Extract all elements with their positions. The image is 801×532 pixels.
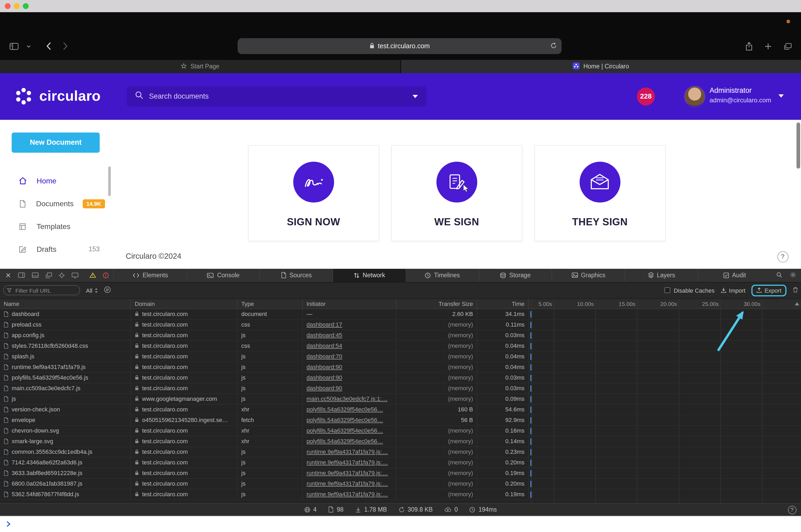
element-picker-icon[interactable] — [59, 272, 65, 278]
sidebar-toggle-icon[interactable] — [10, 43, 19, 50]
dock-bottom-icon[interactable] — [32, 272, 39, 278]
sidebar-chevron-icon[interactable] — [26, 45, 31, 48]
inspector-settings-gear-icon[interactable] — [790, 272, 796, 279]
filter-input[interactable] — [3, 285, 80, 295]
initiator-link[interactable]: polyfills.54a6329f54ec0e56… — [306, 427, 383, 434]
inspector-tab-elements[interactable]: Elements — [113, 268, 186, 282]
inspector-tab-network[interactable]: Network — [333, 268, 405, 282]
user-menu-caret-icon[interactable] — [779, 94, 784, 97]
inspector-tab-layers[interactable]: Layers — [625, 268, 697, 282]
sidebar-item-home[interactable]: Home — [0, 169, 112, 192]
errors-icon[interactable] — [103, 272, 109, 278]
disable-caches-checkbox[interactable] — [665, 287, 671, 293]
network-row[interactable]: 7142.4346a8e62f2a63d6.jstest.circularo.c… — [0, 457, 801, 468]
circularo-logo[interactable]: circularo — [14, 73, 101, 119]
notification-badge[interactable]: 228 — [637, 87, 655, 105]
network-row[interactable]: runtime.9ef9a4317af1fa79.jstest.circular… — [0, 362, 801, 373]
address-bar[interactable]: test.circularo.com — [238, 38, 562, 54]
network-row[interactable]: common.35563cc9dc1edb4a.jstest.circularo… — [0, 446, 801, 457]
column-name[interactable]: Name — [0, 299, 131, 308]
initiator-link[interactable]: main.cc509ac3e0edcfc7.js:1:… — [306, 396, 388, 402]
device-display-icon[interactable] — [72, 272, 78, 278]
tab-overview-icon[interactable] — [783, 43, 791, 50]
inspector-tab-graphics[interactable]: Graphics — [552, 268, 625, 282]
group-media-requests-icon[interactable] — [104, 286, 111, 294]
network-row[interactable]: dashboardtest.circularo.comdocument—2.60… — [0, 309, 801, 319]
network-row[interactable]: chevron-down.svgtest.circularo.comxhrpol… — [0, 425, 801, 436]
initiator-link[interactable]: runtime.9ef9a4317af1fa79.js:… — [306, 491, 388, 497]
network-row[interactable]: envelopeo4505159621345280.ingest.se…fetc… — [0, 415, 801, 425]
inspector-help-button[interactable]: ? — [788, 506, 796, 514]
initiator-link[interactable]: runtime.9ef9a4317af1fa79.js:… — [306, 480, 388, 487]
network-row[interactable]: main.cc509ac3e0edcfc7.jstest.circularo.c… — [0, 383, 801, 394]
back-button[interactable] — [46, 42, 51, 50]
network-row[interactable]: jswww.googletagmanager.comjsmain.cc509ac… — [0, 394, 801, 404]
network-row[interactable]: polyfills.54a6329f54ec0e56.jstest.circul… — [0, 373, 801, 383]
column-domain[interactable]: Domain — [131, 299, 238, 308]
document-search-bar[interactable] — [127, 86, 426, 106]
network-row[interactable]: styles.726118cfb5260d48.csstest.circular… — [0, 341, 801, 351]
clear-network-trash-icon[interactable] — [793, 287, 798, 294]
network-row[interactable]: preload.csstest.circularo.comcssdashboar… — [0, 319, 801, 330]
user-menu[interactable]: Administrator admin@circularo.com — [709, 86, 771, 103]
disable-caches-toggle[interactable]: Disable Caches — [665, 287, 714, 293]
new-tab-icon[interactable] — [764, 43, 771, 50]
zoom-window-button[interactable] — [23, 3, 29, 9]
column-type[interactable]: Type — [238, 299, 303, 308]
quick-console[interactable] — [0, 516, 801, 532]
search-options-caret-icon[interactable] — [413, 95, 418, 98]
network-row[interactable]: 5362.54fd678677f4f8dd.jstest.circularo.c… — [0, 489, 801, 500]
help-button[interactable]: ? — [777, 251, 788, 262]
warnings-icon[interactable] — [90, 272, 96, 278]
card-sign-now[interactable]: SIGN NOW — [248, 145, 379, 241]
initiator-link[interactable]: polyfills.54a6329f54ec0e56… — [306, 417, 383, 423]
initiator-link[interactable]: dashboard:45 — [306, 332, 342, 338]
sidebar-item-documents[interactable]: Documents14.9K — [0, 192, 112, 215]
inspector-tab-timelines[interactable]: Timelines — [406, 268, 479, 282]
card-they-sign[interactable]: THEY SIGN — [535, 145, 666, 241]
column-time[interactable]: Time — [477, 299, 529, 308]
initiator-link[interactable]: dashboard:90 — [306, 364, 342, 370]
new-document-button[interactable]: New Document — [12, 132, 100, 152]
forward-button[interactable] — [63, 42, 68, 50]
card-we-sign[interactable]: WE SIGN — [391, 145, 522, 241]
sidebar-item-templates[interactable]: Templates — [0, 215, 112, 238]
network-row[interactable]: 3633.3abf8ed65912228e.jstest.circularo.c… — [0, 468, 801, 478]
initiator-link[interactable]: dashboard:90 — [306, 374, 342, 381]
scrollbar-up-arrow[interactable] — [795, 302, 799, 305]
initiator-link[interactable]: runtime.9ef9a4317af1fa79.js:… — [306, 459, 388, 466]
sidebar-item-drafts[interactable]: Drafts153 — [0, 238, 112, 261]
page-scrollbar[interactable] — [796, 122, 800, 169]
initiator-link[interactable]: dashboard:17 — [306, 321, 342, 328]
resource-type-selector[interactable]: All — [86, 287, 98, 293]
network-row[interactable]: version-check.jsontest.circularo.comxhrp… — [0, 404, 801, 415]
sidebar-scrollbar[interactable] — [108, 166, 111, 196]
user-avatar[interactable] — [684, 86, 705, 107]
reload-icon[interactable] — [551, 42, 557, 50]
initiator-link[interactable]: polyfills.54a6329f54ec0e56… — [306, 406, 383, 413]
search-input[interactable] — [149, 92, 407, 100]
tab-start-page[interactable]: Start Page — [0, 60, 401, 73]
initiator-link[interactable]: dashboard:54 — [306, 342, 342, 349]
close-inspector-button[interactable]: ✕ — [5, 272, 11, 279]
share-icon[interactable] — [745, 42, 752, 51]
inspector-tab-console[interactable]: Console — [186, 268, 259, 282]
column-initiator[interactable]: Initiator — [303, 299, 397, 308]
initiator-link[interactable]: polyfills.54a6329f54ec0e56… — [306, 438, 383, 444]
inspector-tab-storage[interactable]: Storage — [479, 268, 552, 282]
initiator-link[interactable]: dashboard:70 — [306, 353, 342, 359]
initiator-link[interactable]: runtime.9ef9a4317af1fa79.js:… — [306, 449, 388, 455]
network-row[interactable]: 6800.0a026a1fab381987.jstest.circularo.c… — [0, 478, 801, 489]
import-button[interactable]: Import — [721, 287, 745, 293]
dock-side-icon[interactable] — [18, 272, 25, 278]
inspector-search-icon[interactable] — [776, 272, 782, 279]
network-row[interactable]: splash.jstest.circularo.comjsdashboard:7… — [0, 351, 801, 362]
inspector-tab-audit[interactable]: Audit — [698, 268, 771, 282]
inspector-tab-sources[interactable]: Sources — [260, 268, 333, 282]
export-button[interactable]: Export — [756, 287, 781, 293]
initiator-link[interactable]: runtime.9ef9a4317af1fa79.js:… — [306, 470, 388, 476]
detach-window-icon[interactable] — [45, 272, 52, 278]
tab-home-circularo[interactable]: Home | Circularo — [401, 60, 801, 73]
minimize-window-button[interactable] — [14, 3, 20, 9]
network-row[interactable]: xmark-large.svgtest.circularo.comxhrpoly… — [0, 436, 801, 446]
